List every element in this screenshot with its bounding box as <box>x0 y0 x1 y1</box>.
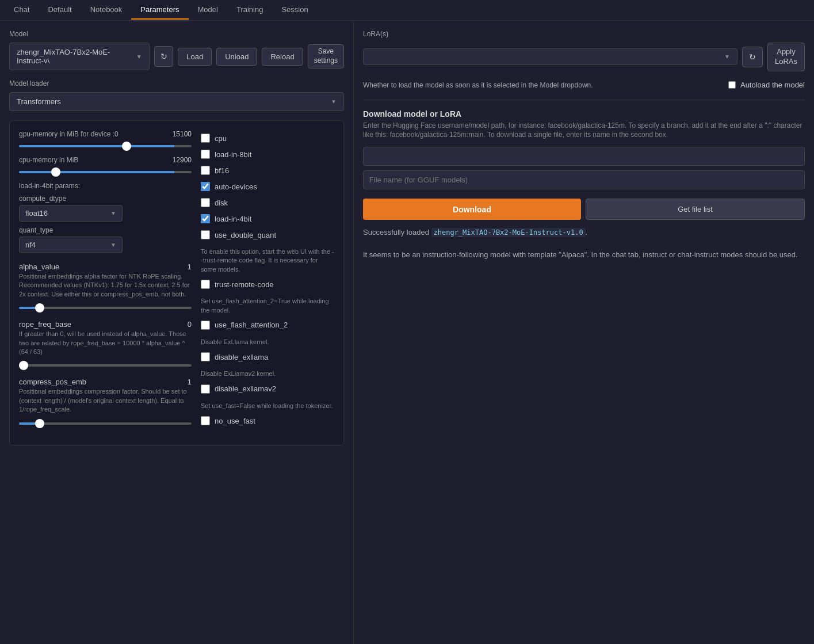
option-cpu: cpu <box>201 130 334 146</box>
option-use-flash-attention: use_flash_attention_2 <box>201 317 334 333</box>
lora-refresh-icon: ↻ <box>749 52 756 62</box>
auto-devices-label: auto-devices <box>215 182 257 191</box>
auto-devices-checkbox[interactable] <box>201 182 210 191</box>
load-button[interactable]: Load <box>178 48 212 66</box>
unload-button[interactable]: Unload <box>216 48 257 66</box>
model-select-value: zhengr_MixTAO-7Bx2-MoE-Instruct-v\ <box>17 48 134 65</box>
model-refresh-button[interactable]: ↻ <box>154 46 174 67</box>
cpu-checkbox[interactable] <box>201 134 210 143</box>
quant-type-value: nf4 <box>25 241 36 249</box>
disable-exllama-checkbox[interactable] <box>201 352 210 361</box>
model-loader-chevron: ▼ <box>331 98 337 105</box>
trust-remote-code-checkbox[interactable] <box>201 280 210 289</box>
lora-chevron-icon: ▼ <box>724 54 730 60</box>
rope-freq-base-num: 0 <box>188 320 192 329</box>
compress-pos-emb-num: 1 <box>188 378 192 386</box>
model-loader-select[interactable]: Transformers ▼ <box>9 92 344 111</box>
rope-freq-base-slider[interactable] <box>19 364 192 367</box>
download-file-input[interactable] <box>363 170 805 189</box>
bf16-label: bf16 <box>215 166 229 175</box>
gpu-memory-value: 15100 <box>173 130 192 138</box>
load-in-8bit-label: load-in-8bit <box>215 150 251 159</box>
template-message: It seems to be an instruction-following … <box>363 250 798 259</box>
tab-session[interactable]: Session <box>272 1 317 20</box>
alpha-value-slider[interactable] <box>19 307 192 309</box>
cpu-memory-row: cpu-memory in MiB 12900 <box>19 156 192 175</box>
left-panel: Model zhengr_MixTAO-7Bx2-MoE-Instruct-v\… <box>0 21 354 644</box>
model-loader-label: Model loader <box>9 79 344 87</box>
cpu-memory-label: cpu-memory in MiB <box>19 156 78 164</box>
alpha-value-field: alpha_value 1 Positional embeddings alph… <box>19 262 192 311</box>
bf16-checkbox[interactable] <box>201 166 210 175</box>
compute-dtype-label: compute_dtype <box>19 195 192 203</box>
compress-pos-emb-slider[interactable] <box>19 422 192 425</box>
gpu-memory-slider[interactable] <box>19 145 192 147</box>
option-load-in-4bit: load-in-4bit <box>201 211 334 227</box>
option-use-double-quant: use_double_quant <box>201 227 334 243</box>
tab-default[interactable]: Default <box>39 1 81 20</box>
tab-chat[interactable]: Chat <box>5 1 39 20</box>
lora-row: ▼ ↻ ApplyLoRAs <box>363 43 805 71</box>
download-model-input[interactable] <box>363 147 805 166</box>
tab-model[interactable]: Model <box>189 1 227 20</box>
params-two-col: gpu-memory in MiB for device :0 15100 cp… <box>19 130 334 436</box>
disable-exllama-label: disable_exllama <box>215 353 268 361</box>
disable-exllamav2-label: disable_exllamav2 <box>215 384 276 393</box>
quant-type-select[interactable]: nf4 ▼ <box>19 237 123 253</box>
main-container: Model zhengr_MixTAO-7Bx2-MoE-Instruct-v\… <box>0 21 814 644</box>
params-inner-box: gpu-memory in MiB for device :0 15100 cp… <box>9 120 344 445</box>
cpu-memory-slider[interactable] <box>19 171 192 173</box>
get-file-list-button[interactable]: Get file list <box>586 199 805 220</box>
save-settings-label: Savesettings <box>314 47 338 64</box>
model-row: zhengr_MixTAO-7Bx2-MoE-Instruct-v\ ▼ ↻ L… <box>9 43 344 70</box>
load-in-4bit-checkbox[interactable] <box>201 214 210 223</box>
apply-loras-button[interactable]: ApplyLoRAs <box>767 43 805 71</box>
disable-exllamav2-note: Disable ExLlamav2 kernel. <box>201 369 334 378</box>
reload-button[interactable]: Reload <box>262 48 303 66</box>
model-section-label: Model <box>9 30 344 38</box>
download-button[interactable]: Download <box>363 199 581 220</box>
download-btn-row: Download Get file list <box>363 199 805 220</box>
autoload-row: Whether to load the model as soon as it … <box>363 81 805 100</box>
top-navigation: Chat Default Notebook Parameters Model T… <box>0 0 814 21</box>
trust-note: To enable this option, start the web UI … <box>201 247 334 274</box>
compress-pos-emb-label: compress_pos_emb <box>19 378 86 386</box>
tab-parameters[interactable]: Parameters <box>131 1 188 20</box>
alpha-value-desc: Positional embeddings alpha factor for N… <box>19 272 192 299</box>
tab-notebook[interactable]: Notebook <box>81 1 132 20</box>
compute-dtype-select[interactable]: float16 ▼ <box>19 205 123 222</box>
option-load-in-8bit: load-in-8bit <box>201 146 334 162</box>
lora-refresh-button[interactable]: ↻ <box>742 47 763 67</box>
save-settings-button[interactable]: Savesettings <box>308 44 344 68</box>
use-flash-attention-2-checkbox[interactable] <box>201 321 210 330</box>
disk-checkbox[interactable] <box>201 198 210 207</box>
rope-freq-base-label: rope_freq_base <box>19 320 71 329</box>
no-use-fast-checkbox[interactable] <box>201 416 210 425</box>
option-disable-exllamav2: disable_exllamav2 <box>201 381 334 397</box>
cpu-memory-value: 12900 <box>173 156 192 164</box>
trust-remote-code-label: trust-remote-code <box>215 280 274 289</box>
lora-section-label: LoRA(s) <box>363 30 805 38</box>
autoload-check-row: Autoload the model <box>728 81 805 89</box>
tab-training[interactable]: Training <box>227 1 272 20</box>
use-flash-attention-2-label: use_flash_attention_2 <box>215 321 288 329</box>
no-use-fast-label: no_use_fast <box>215 417 255 425</box>
option-disk: disk <box>201 195 334 211</box>
right-panel: LoRA(s) ▼ ↻ ApplyLoRAs Whether to load t… <box>354 21 814 644</box>
compute-dtype-value: float16 <box>25 209 48 218</box>
use-double-quant-checkbox[interactable] <box>201 230 210 239</box>
model-select[interactable]: zhengr_MixTAO-7Bx2-MoE-Instruct-v\ ▼ <box>9 43 150 70</box>
disable-exllama-note: Disable ExLlama kernel. <box>201 338 334 346</box>
compress-pos-emb-field: compress_pos_emb 1 Positional embeddings… <box>19 378 192 426</box>
cpu-label: cpu <box>215 134 227 143</box>
success-message: Successfully loaded zhengr_MixTAO-7Bx2-M… <box>363 227 805 261</box>
gpu-memory-row: gpu-memory in MiB for device :0 15100 <box>19 130 192 149</box>
refresh-icon: ↻ <box>160 52 167 61</box>
load-in-8bit-checkbox[interactable] <box>201 150 210 159</box>
gpu-memory-label: gpu-memory in MiB for device :0 <box>19 130 119 138</box>
lora-select[interactable]: ▼ <box>363 48 737 65</box>
quant-type-chevron: ▼ <box>110 242 116 248</box>
alpha-value-label: alpha_value <box>19 262 59 271</box>
autoload-checkbox[interactable] <box>728 81 736 89</box>
disable-exllamav2-checkbox[interactable] <box>201 384 210 394</box>
